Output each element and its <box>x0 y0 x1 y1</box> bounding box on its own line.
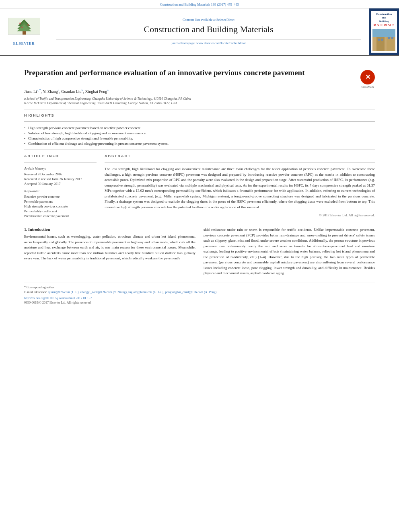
email-label: E-mail addresses: <box>24 290 47 294</box>
paper-title: Preparation and performance evaluation o… <box>24 68 375 78</box>
homepage-line: journal homepage: www.elsevier.com/locat… <box>171 41 245 45</box>
svg-rect-17 <box>372 29 395 37</box>
svg-point-5 <box>19 23 21 24</box>
received-date: Received 9 December 2016 <box>24 172 97 176</box>
crossmark-badge: ✕ CrossMark <box>360 70 375 88</box>
issn-line: 0950-0618/© 2017 Elsevier Ltd. All right… <box>24 301 375 304</box>
badge-inner: Construction and Building MATERIALS <box>371 11 397 53</box>
journal-title: Construction and Building Materials <box>144 24 273 35</box>
svg-rect-15 <box>388 37 390 39</box>
affiliation-a: a School of Traffic and Transportation E… <box>24 97 375 101</box>
journal-header: ELSEVIER Contents lists available at Sci… <box>0 8 399 56</box>
right-column: skid resistance under rain or snow, is r… <box>204 227 375 279</box>
email-addresses-note: E-mail addresses: lijiusu@126.com (J. Li… <box>24 290 375 294</box>
elsevier-brand-text: ELSEVIER <box>13 41 35 45</box>
abstract-section: ABSTRACT The low strength, high likeliho… <box>105 154 375 219</box>
svg-point-6 <box>27 24 29 26</box>
abstract-text: The low strength, high likelihood for cl… <box>105 166 375 210</box>
badge-building-image <box>372 29 395 51</box>
homepage-url[interactable]: www.elsevier.com/locate/conbuildmat <box>196 41 246 45</box>
email-values[interactable]: lijiusu@126.com (J. Li), zhangyi_zack@12… <box>48 290 217 294</box>
authors-line: Jiusu Lia,*, Yi Zhanga, Guanlan Liub, Xi… <box>24 88 375 94</box>
revised-date: Received in revised form 26 January 2017 <box>24 177 97 181</box>
header-divider <box>56 39 361 39</box>
author-xinghai: Xinghai Peng <box>85 89 107 94</box>
paper-title-area: ✕ CrossMark Preparation and performance … <box>24 68 375 88</box>
doi-line[interactable]: http://dx.doi.org/10.1016/j.conbuildmat.… <box>24 296 375 300</box>
author-jiusu: Jiusu Li <box>24 89 37 94</box>
left-column: 1. Introduction Environmental issues, su… <box>24 227 195 279</box>
elsevier-tree-illustration <box>8 18 40 40</box>
author-guanlan: Guanlan Liu <box>61 89 81 94</box>
corresponding-author-note: * Corresponding author. <box>24 286 375 289</box>
copyright-line: © 2017 Elsevier Ltd. All rights reserved… <box>105 213 375 217</box>
accepted-date: Accepted 30 January 2017 <box>24 182 97 186</box>
section-divider-2 <box>24 223 375 223</box>
badge-logo-text: Construction and Building MATERIALS <box>373 12 394 28</box>
journal-header-center: Contents lists available at ScienceDirec… <box>48 8 369 55</box>
main-body: 1. Introduction Environmental issues, su… <box>24 227 375 279</box>
highlights-section: HIGHLIGHTS High strength pervious concre… <box>24 113 375 150</box>
svg-rect-14 <box>381 39 383 41</box>
author-yi: Yi Zhang <box>43 89 58 94</box>
article-info-label: ARTICLE INFO <box>24 154 97 158</box>
sciencedirect-link[interactable]: ScienceDirect <box>216 18 234 22</box>
content-area: ✕ CrossMark Preparation and performance … <box>0 56 399 310</box>
highlights-items: High strength pervious concrete pavement… <box>24 126 375 146</box>
contents-available-line: Contents lists available at ScienceDirec… <box>183 18 234 22</box>
section-divider-1 <box>24 109 375 109</box>
highlight-item-1: High strength pervious concrete pavement… <box>24 126 375 130</box>
highlights-label: HIGHLIGHTS <box>24 113 375 117</box>
keyword-4: Permeability coefficient <box>24 209 97 213</box>
article-info-section: ARTICLE INFO Article history: Received 9… <box>24 154 97 219</box>
intro-para2: skid resistance under rain or snow, is r… <box>204 227 375 276</box>
keyword-3: High strength pervious concrete <box>24 204 97 208</box>
svg-rect-16 <box>391 37 393 39</box>
journal-ref-text: Construction and Building Materials 138 … <box>160 2 239 6</box>
article-info-divider <box>24 162 97 162</box>
keywords-label: Keywords: <box>24 189 97 193</box>
abstract-divider <box>105 162 375 162</box>
svg-rect-13 <box>378 39 380 41</box>
highlight-item-3: Characteristics of high compressive stre… <box>24 136 375 140</box>
keyword-5: Prefabricated concrete pavement <box>24 214 97 218</box>
keyword-2: Permeable pavement <box>24 199 97 203</box>
highlights-bottom-divider <box>24 150 375 150</box>
article-history-label: Article history: <box>24 166 97 170</box>
affiliation-b: b Artie McFerrin Department of Chemical … <box>24 101 375 105</box>
journal-badge: Construction and Building MATERIALS <box>369 8 399 55</box>
article-info-abstract-row: ARTICLE INFO Article history: Received 9… <box>24 154 375 219</box>
intro-para1: Environmental issues, such as waterloggi… <box>24 234 195 261</box>
highlight-item-2: Solution of low strength, high likelihoo… <box>24 131 375 135</box>
highlights-top-divider <box>24 121 375 122</box>
crossmark-icon: ✕ <box>360 70 375 84</box>
svg-point-7 <box>21 27 23 28</box>
intro-heading: 1. Introduction <box>24 227 195 232</box>
crossmark-label: CrossMark <box>360 85 375 88</box>
elsevier-logo: ELSEVIER <box>0 8 48 55</box>
abstract-label: ABSTRACT <box>105 154 375 158</box>
keyword-1: Reactive powder concrete <box>24 195 97 199</box>
footnotes-area: * Corresponding author. E-mail addresses… <box>24 283 375 304</box>
highlight-item-4: Combination of efficient drainage and cl… <box>24 142 375 146</box>
journal-reference-bar: Construction and Building Materials 138 … <box>0 0 399 8</box>
